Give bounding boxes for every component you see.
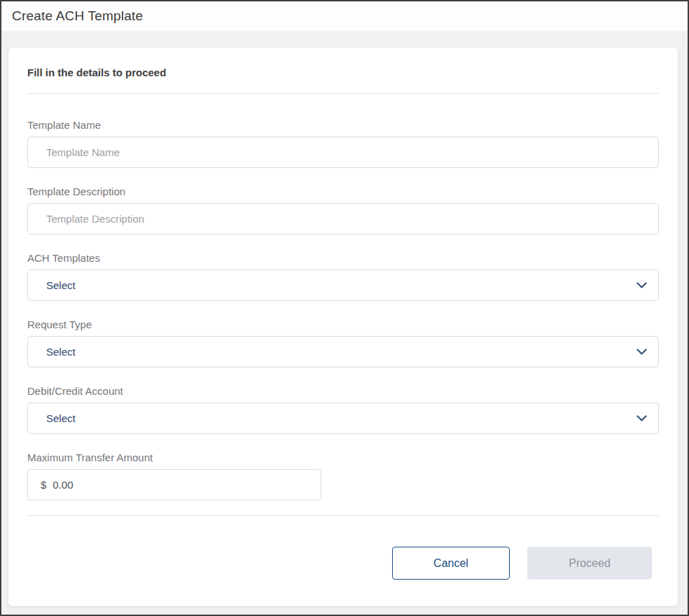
ach-templates-field-group: ACH Templates Select [27, 252, 659, 301]
request-type-select[interactable]: Select [27, 336, 659, 368]
max-transfer-amount-label: Maximum Transfer Amount [27, 451, 659, 464]
chevron-down-icon [636, 349, 647, 356]
debit-credit-account-label: Debit/Credit Account [27, 385, 659, 398]
currency-prefix: $ [41, 479, 46, 491]
chevron-down-icon [636, 282, 647, 289]
cancel-button[interactable]: Cancel [392, 547, 510, 580]
max-transfer-amount-field-group: Maximum Transfer Amount $ [27, 451, 659, 500]
template-name-input[interactable] [27, 136, 659, 168]
template-name-field-group: Template Name [27, 119, 659, 168]
template-description-label: Template Description [27, 186, 659, 198]
chevron-down-icon [636, 415, 647, 422]
template-description-field-group: Template Description [27, 186, 659, 234]
debit-credit-account-field-group: Debit/Credit Account Select [27, 385, 659, 434]
ach-templates-label: ACH Templates [27, 252, 659, 265]
request-type-field-group: Request Type Select [27, 318, 659, 368]
page-title: Create ACH Template [12, 8, 143, 24]
ach-templates-select-value: Select [46, 279, 636, 291]
request-type-select-value: Select [46, 346, 636, 358]
max-transfer-amount-input[interactable] [53, 479, 312, 491]
proceed-button[interactable]: Proceed [527, 547, 652, 580]
request-type-label: Request Type [27, 318, 659, 331]
modal-footer: Cancel Proceed [27, 547, 659, 580]
debit-credit-account-select[interactable]: Select [27, 402, 659, 434]
template-name-label: Template Name [27, 119, 659, 132]
template-description-input[interactable] [27, 203, 659, 234]
form-card: Fill in the details to proceed Template … [8, 48, 678, 606]
ach-templates-select[interactable]: Select [27, 270, 659, 301]
debit-credit-account-select-value: Select [46, 412, 636, 424]
header-divider [27, 93, 659, 94]
footer-divider [27, 515, 659, 516]
form-instruction: Fill in the details to proceed [27, 66, 659, 79]
create-ach-template-modal: Create ACH Template Fill in the details … [0, 0, 689, 616]
modal-header: Create ACH Template [1, 1, 688, 31]
max-transfer-amount-box: $ [27, 469, 321, 500]
